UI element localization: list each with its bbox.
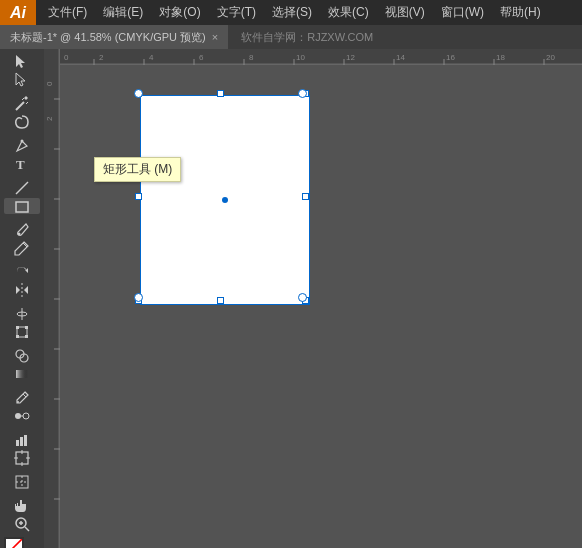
artboard <box>140 95 310 305</box>
pencil-tool[interactable] <box>4 240 40 256</box>
svg-line-23 <box>23 394 26 397</box>
magic-wand-tool[interactable] <box>4 96 40 112</box>
svg-point-6 <box>21 140 24 143</box>
svg-rect-22 <box>16 370 28 378</box>
tab-bar: 未标题-1* @ 41.58% (CMYK/GPU 预览) × 软件自学网：RJ… <box>0 25 582 49</box>
svg-line-8 <box>16 182 28 194</box>
handle-tm[interactable] <box>217 90 224 97</box>
anchor-br <box>298 293 307 302</box>
svg-point-25 <box>15 413 21 419</box>
ruler-left: 0 2 <box>44 49 60 548</box>
svg-text:2: 2 <box>99 53 104 62</box>
active-tab[interactable]: 未标题-1* @ 41.58% (CMYK/GPU 预览) × <box>0 25 229 49</box>
canvas-content[interactable] <box>60 65 582 548</box>
menu-bar: Ai 文件(F) 编辑(E) 对象(O) 文字(T) 选择(S) 效果(C) 视… <box>0 0 582 25</box>
zoom-tool[interactable] <box>4 516 40 532</box>
tab-extra-label: 软件自学网：RJZXW.COM <box>229 25 385 49</box>
color-area: ⇄ <box>0 533 49 548</box>
menu-items: 文件(F) 编辑(E) 对象(O) 文字(T) 选择(S) 效果(C) 视图(V… <box>36 0 549 25</box>
blend-tool[interactable] <box>4 408 40 424</box>
type-tool[interactable]: T <box>4 156 40 172</box>
anchor-tl <box>134 89 143 98</box>
svg-text:6: 6 <box>199 53 204 62</box>
svg-marker-0 <box>16 55 25 68</box>
menu-file[interactable]: 文件(F) <box>40 0 95 25</box>
svg-text:20: 20 <box>546 53 555 62</box>
menu-view[interactable]: 视图(V) <box>377 0 433 25</box>
anchor-tr <box>298 89 307 98</box>
menu-text[interactable]: 文字(T) <box>209 0 264 25</box>
svg-line-4 <box>26 102 28 104</box>
shape-builder-tool[interactable] <box>4 348 40 364</box>
menu-select[interactable]: 选择(S) <box>264 0 320 25</box>
foreground-color-swatch[interactable] <box>4 537 24 548</box>
anchor-bl <box>134 293 143 302</box>
toolbar: T <box>0 49 44 548</box>
eyedropper-tool[interactable] <box>4 390 40 406</box>
svg-text:4: 4 <box>149 53 154 62</box>
menu-help[interactable]: 帮助(H) <box>492 0 549 25</box>
tooltip: 矩形工具 (M) <box>94 157 181 182</box>
gradient-tool[interactable] <box>4 366 40 382</box>
lasso-tool[interactable] <box>4 114 40 130</box>
svg-text:2: 2 <box>45 116 54 121</box>
svg-text:0: 0 <box>45 81 54 86</box>
svg-rect-19 <box>25 335 28 338</box>
svg-text:14: 14 <box>396 53 405 62</box>
svg-point-26 <box>23 413 29 419</box>
rectangle-tool[interactable] <box>4 198 40 214</box>
svg-rect-16 <box>16 326 19 329</box>
svg-line-5 <box>22 98 24 100</box>
handle-bm[interactable] <box>217 297 224 304</box>
tab-close-button[interactable]: × <box>212 31 218 43</box>
svg-marker-3 <box>24 96 28 100</box>
svg-text:T: T <box>16 157 25 172</box>
svg-point-24 <box>17 401 19 403</box>
center-dot <box>222 197 228 203</box>
svg-line-40 <box>25 527 29 531</box>
menu-object[interactable]: 对象(O) <box>151 0 208 25</box>
svg-rect-9 <box>16 202 28 212</box>
handle-mr[interactable] <box>302 193 309 200</box>
width-tool[interactable] <box>4 306 40 322</box>
svg-text:8: 8 <box>249 53 254 62</box>
svg-rect-30 <box>24 435 27 446</box>
direct-select-tool[interactable] <box>4 72 40 88</box>
menu-edit[interactable]: 编辑(E) <box>95 0 151 25</box>
menu-effect[interactable]: 效果(C) <box>320 0 377 25</box>
select-tool[interactable] <box>4 54 40 70</box>
app-logo: Ai <box>0 0 36 25</box>
hand-tool[interactable] <box>4 498 40 514</box>
svg-rect-17 <box>25 326 28 329</box>
svg-marker-1 <box>16 73 25 86</box>
ruler-top: 0 2 4 6 8 10 12 14 16 18 20 <box>44 49 582 65</box>
svg-rect-28 <box>16 440 19 446</box>
menu-window[interactable]: 窗口(W) <box>433 0 492 25</box>
canvas-area[interactable]: 0 2 4 6 8 10 12 14 16 18 20 <box>44 49 582 548</box>
svg-line-2 <box>16 102 24 110</box>
paintbrush-tool[interactable] <box>4 222 40 238</box>
svg-text:18: 18 <box>496 53 505 62</box>
line-tool[interactable] <box>4 180 40 196</box>
handle-ml[interactable] <box>135 193 142 200</box>
mirror-tool[interactable] <box>4 282 40 298</box>
svg-line-43 <box>6 539 22 548</box>
svg-text:10: 10 <box>296 53 305 62</box>
pen-tool[interactable] <box>4 138 40 154</box>
slice-tool[interactable] <box>4 474 40 490</box>
svg-text:0: 0 <box>64 53 69 62</box>
tab-label: 未标题-1* @ 41.58% (CMYK/GPU 预览) <box>10 30 206 45</box>
svg-rect-18 <box>16 335 19 338</box>
svg-point-10 <box>18 233 21 236</box>
main-area: T <box>0 49 582 548</box>
rotate-tool[interactable] <box>4 264 40 280</box>
chart-tool[interactable] <box>4 432 40 448</box>
svg-rect-29 <box>20 437 23 446</box>
artboard-tool[interactable] <box>4 450 40 466</box>
svg-text:16: 16 <box>446 53 455 62</box>
transform-tool[interactable] <box>4 324 40 340</box>
svg-text:12: 12 <box>346 53 355 62</box>
